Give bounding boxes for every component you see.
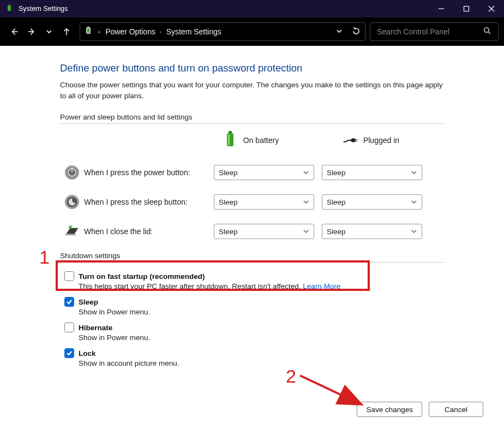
svg-rect-3 [464, 7, 469, 11]
hibernate-label: Hibernate [79, 324, 112, 332]
refresh-icon[interactable] [352, 27, 361, 37]
chevron-right-icon: › [160, 28, 162, 35]
sleep-button-plugged-dropdown[interactable]: Sleep [322, 194, 422, 210]
search-icon [483, 27, 491, 37]
breadcrumb-level1[interactable]: System Settings [166, 27, 221, 36]
nav-up-icon[interactable] [62, 27, 71, 36]
cancel-button[interactable]: Cancel [429, 402, 483, 417]
svg-line-12 [489, 32, 491, 34]
breadcrumb-icon [85, 27, 93, 37]
svg-rect-1 [9, 4, 10, 5]
battery-icon [223, 132, 238, 149]
page-description: Choose the power settings that you want … [60, 80, 444, 101]
power-button-on-battery-dropdown[interactable]: Sleep [214, 165, 314, 180]
row-close-lid-label: When I close the lid: [84, 227, 214, 236]
power-button-plugged-dropdown[interactable]: Sleep [322, 165, 422, 180]
column-battery-label: On battery [243, 136, 279, 145]
svg-rect-9 [87, 28, 90, 33]
svg-line-28 [300, 376, 358, 403]
shutdown-item-fast-startup: Turn on fast startup (recommended) This … [64, 271, 444, 290]
fast-startup-label: Turn on fast startup (recommended) [79, 272, 205, 281]
laptop-lid-icon [60, 223, 84, 240]
row-power-button-label: When I press the power button: [84, 168, 214, 177]
row-sleep-button: When I press the sleep button: Sleep Sle… [60, 187, 444, 217]
window-title: System Settings [19, 5, 429, 13]
lid-plugged-dropdown[interactable]: Sleep [322, 224, 422, 239]
plug-icon [343, 132, 358, 149]
lock-checkbox[interactable] [64, 348, 74, 358]
column-plugged-label: Plugged in [363, 136, 399, 145]
lock-label: Lock [79, 349, 96, 358]
nav-forward-icon[interactable] [27, 27, 36, 36]
row-sleep-button-label: When I press the sleep button: [84, 198, 214, 206]
nav-history-chevron-down-icon[interactable] [45, 27, 53, 36]
row-close-lid: When I close the lid: Sleep Sleep [60, 217, 444, 246]
shutdown-item-lock: Lock Show in account picture menu. [64, 348, 444, 367]
svg-rect-10 [88, 27, 89, 28]
section-shutdown: Shutdown settings [60, 252, 444, 263]
window-maximize-button[interactable] [454, 0, 479, 17]
address-bar[interactable]: « Power Options › System Settings [80, 22, 365, 41]
sleep-label: Sleep [79, 298, 98, 306]
window-minimize-button[interactable] [429, 0, 454, 17]
svg-point-16 [351, 138, 356, 142]
search-input[interactable]: Search Control Panel [370, 22, 499, 41]
hibernate-checkbox[interactable] [64, 323, 74, 332]
fast-startup-learn-more-link[interactable]: Learn More [303, 282, 340, 290]
sleep-button-on-battery-dropdown[interactable]: Sleep [214, 194, 314, 210]
sleep-checkbox[interactable] [64, 297, 74, 307]
svg-point-11 [484, 28, 489, 32]
svg-rect-0 [8, 5, 11, 11]
title-bar: System Settings [0, 0, 504, 17]
lock-desc: Show in account picture menu. [64, 359, 444, 367]
shutdown-item-hibernate: Hibernate Show in Power menu. [64, 323, 444, 342]
fast-startup-checkbox[interactable] [64, 271, 74, 281]
svg-rect-25 [65, 234, 76, 236]
breadcrumb-level0[interactable]: Power Options [105, 27, 155, 36]
address-chevron-down-icon[interactable] [335, 27, 343, 37]
nav-back-icon[interactable] [10, 27, 19, 36]
svg-rect-13 [227, 133, 233, 146]
lid-on-battery-dropdown[interactable]: Sleep [214, 224, 314, 239]
power-button-icon [60, 164, 84, 181]
shutdown-item-sleep: Sleep Show in Power menu. [64, 297, 444, 316]
svg-rect-15 [228, 134, 230, 145]
sleep-button-icon [60, 194, 84, 210]
search-placeholder: Search Control Panel [377, 27, 449, 36]
svg-rect-14 [229, 131, 232, 133]
page-title: Define power buttons and turn on passwor… [60, 62, 444, 74]
fast-startup-desc: This helps start your PC faster after sh… [79, 282, 303, 290]
nav-bar: « Power Options › System Settings Search… [0, 17, 504, 46]
window-close-button[interactable] [479, 0, 504, 17]
annotation-number-2: 2 [286, 366, 296, 387]
app-icon [5, 4, 14, 13]
main-content: Define power buttons and turn on passwor… [0, 46, 504, 367]
row-power-button: When I press the power button: Sleep Sle… [60, 158, 444, 187]
sleep-desc: Show in Power menu. [64, 308, 444, 316]
breadcrumb-sep-icon: « [98, 28, 101, 35]
section-power-sleep-lid: Power and sleep buttons and lid settings [60, 113, 444, 124]
hibernate-desc: Show in Power menu. [64, 333, 444, 342]
save-changes-button[interactable]: Save changes [357, 402, 422, 417]
